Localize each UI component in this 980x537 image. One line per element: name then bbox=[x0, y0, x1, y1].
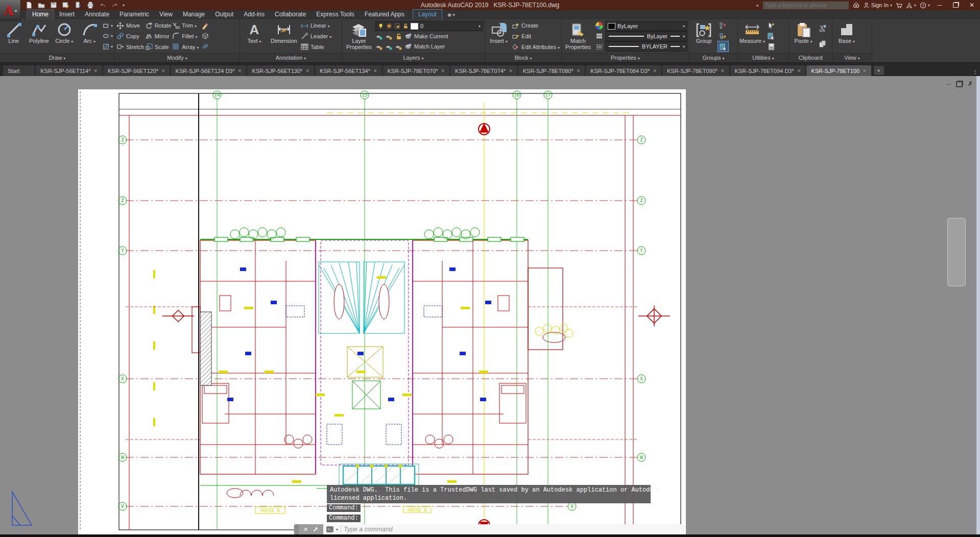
panel-label-clipboard[interactable]: Clipboard bbox=[789, 53, 832, 62]
tab-close-icon[interactable]: ✕ bbox=[653, 68, 657, 74]
panel-label-utilities[interactable]: Utilities bbox=[738, 53, 788, 62]
dimension-button[interactable]: Dimension bbox=[268, 20, 300, 52]
tab-close-icon[interactable]: ✕ bbox=[797, 68, 801, 74]
arc-button[interactable]: Arc bbox=[78, 20, 102, 52]
group-button[interactable]: Group bbox=[691, 20, 716, 52]
save-icon[interactable] bbox=[49, 1, 58, 9]
file-tab[interactable]: KSR-SJP-56ET130*✕ bbox=[247, 65, 314, 76]
autodesk-apps-icon[interactable]: ▾ bbox=[906, 2, 916, 9]
new-file-icon[interactable] bbox=[25, 1, 34, 9]
drawing-minimize-button[interactable]: ─ bbox=[946, 81, 951, 88]
ungroup-button[interactable] bbox=[718, 20, 728, 31]
offset-button[interactable] bbox=[200, 42, 210, 52]
ribbon-tab-manage[interactable]: Manage bbox=[178, 10, 210, 19]
restore-button[interactable] bbox=[953, 3, 959, 8]
scale-button[interactable]: Scale bbox=[145, 42, 171, 52]
move-button[interactable]: Move bbox=[116, 20, 144, 31]
new-drawing-tab-button[interactable]: + bbox=[874, 66, 884, 75]
ribbon-tab-output[interactable]: Output bbox=[210, 10, 238, 19]
command-customize-icon[interactable] bbox=[313, 526, 319, 532]
command-close-icon[interactable]: ✕ bbox=[303, 526, 308, 533]
command-input[interactable]: >_ ▾ Type a command bbox=[323, 524, 683, 534]
tab-close-icon[interactable]: ✕ bbox=[863, 68, 867, 74]
ribbon-tab-view[interactable]: View bbox=[154, 10, 178, 19]
ribbon-tab-layout[interactable]: Layout bbox=[413, 9, 442, 19]
application-menu-button[interactable]: A ▾ bbox=[0, 0, 21, 21]
file-tab[interactable]: KSR-SJP-56ET134*✕ bbox=[315, 65, 382, 76]
help-icon[interactable]: ▾ bbox=[920, 2, 930, 9]
trim-button[interactable]: Trim bbox=[172, 20, 199, 31]
panel-label-view[interactable]: View bbox=[832, 53, 872, 62]
fillet-button[interactable]: Fillet bbox=[172, 31, 199, 41]
panel-label-modify[interactable]: Modify bbox=[115, 53, 240, 62]
rotate-button[interactable]: Rotate bbox=[145, 20, 171, 31]
erase-button[interactable] bbox=[200, 20, 210, 31]
lineweight-icon[interactable] bbox=[594, 31, 604, 41]
search-expand-icon[interactable]: ▸ bbox=[757, 3, 759, 8]
drawing-close-button[interactable]: ✗ bbox=[968, 80, 973, 88]
panel-label-groups[interactable]: Groups bbox=[689, 53, 737, 62]
circle-button[interactable]: Circle bbox=[52, 20, 77, 52]
ribbon-tab-parametric[interactable]: Parametric bbox=[114, 10, 154, 19]
create-block-button[interactable]: Create bbox=[512, 20, 560, 31]
sign-in-button[interactable]: Sign In ▾ bbox=[863, 2, 892, 9]
quick-select-button[interactable] bbox=[766, 20, 776, 31]
tab-close-icon[interactable]: ✕ bbox=[373, 68, 377, 74]
line-button[interactable]: Line bbox=[2, 20, 26, 52]
minimize-button[interactable]: ─ bbox=[934, 2, 946, 9]
file-tab[interactable]: KSR-SJP-56ET120*✕ bbox=[103, 65, 170, 76]
plot-icon[interactable] bbox=[86, 1, 95, 9]
copy-clip-button[interactable] bbox=[817, 39, 827, 50]
search-input[interactable] bbox=[763, 2, 849, 9]
mirror-button[interactable]: Mirror bbox=[145, 31, 171, 41]
match-properties-button[interactable]: Match Properties bbox=[563, 20, 593, 52]
measure-button[interactable]: Measure bbox=[739, 20, 765, 52]
tab-close-icon[interactable]: ✕ bbox=[161, 68, 165, 74]
panel-label-annotation[interactable]: Annotation bbox=[240, 53, 342, 62]
panel-label-layers[interactable]: Layers bbox=[342, 53, 485, 62]
linear-button[interactable]: Linear bbox=[301, 20, 331, 31]
file-tab[interactable]: KSR-SJP-56ET124 D3*✕ bbox=[171, 65, 247, 76]
panel-label-block[interactable]: Block bbox=[485, 53, 561, 62]
match-layer-button[interactable]: Match Layer bbox=[375, 41, 483, 52]
ellipse-button[interactable] bbox=[103, 31, 113, 41]
right-scrollbar[interactable] bbox=[976, 76, 980, 537]
file-tab[interactable]: KSR-SJP-78ET090*✕ bbox=[662, 65, 729, 76]
tab-close-icon[interactable]: ✕ bbox=[509, 68, 513, 74]
undo-icon[interactable] bbox=[98, 1, 107, 9]
quick-calculator-button[interactable] bbox=[766, 42, 776, 52]
text-button[interactable]: A Text bbox=[242, 20, 267, 52]
ribbon-tab-annotate[interactable]: Annotate bbox=[80, 10, 114, 19]
ribbon-display-toggle-icon[interactable]: ◉ ▾ bbox=[447, 12, 455, 19]
edit-attributes-button[interactable]: Edit Attributes bbox=[512, 42, 560, 52]
layer-properties-button[interactable]: Layer Properties bbox=[344, 20, 374, 52]
ribbon-tab-featured-apps[interactable]: Featured Apps bbox=[360, 10, 410, 19]
drawing-restore-button[interactable] bbox=[956, 81, 963, 87]
redo-icon[interactable] bbox=[110, 1, 119, 9]
navbar-collapse-icon[interactable]: ⊖ bbox=[954, 278, 959, 283]
close-button[interactable]: ✕ bbox=[966, 2, 978, 9]
drawing-area[interactable]: 1415 1617 ZZ YX WV ZZ YX WV bbox=[0, 76, 980, 537]
share-to-mobile-icon[interactable] bbox=[74, 1, 83, 9]
insert-button[interactable]: Insert bbox=[487, 20, 511, 52]
tab-close-icon[interactable]: ✕ bbox=[93, 68, 98, 74]
group-selection-toggle[interactable] bbox=[718, 41, 729, 52]
array-button[interactable]: Array bbox=[172, 42, 199, 52]
file-tab[interactable]: KSR-SJP-78ET084 D3*✕ bbox=[586, 65, 661, 76]
linetype-icon[interactable] bbox=[594, 42, 604, 52]
steering-wheel-icon[interactable]: 2D bbox=[951, 221, 962, 231]
copy-button[interactable]: Copy bbox=[116, 31, 144, 41]
ribbon-tab-collaborate[interactable]: Collaborate bbox=[270, 10, 311, 19]
app-store-icon[interactable] bbox=[896, 2, 902, 9]
file-tab[interactable]: KSR-SJP-78ET074*✕ bbox=[450, 65, 517, 76]
file-tab-start[interactable]: Start bbox=[3, 65, 35, 76]
tab-close-icon[interactable]: ✕ bbox=[721, 68, 725, 74]
base-button[interactable]: Base bbox=[834, 20, 859, 52]
search-icon[interactable] bbox=[853, 2, 859, 9]
paste-button[interactable]: Paste bbox=[791, 20, 816, 52]
ribbon-tab-insert[interactable]: Insert bbox=[54, 10, 80, 19]
file-tab[interactable]: KSR-SJP-78ET070*✕ bbox=[383, 65, 450, 76]
open-file-icon[interactable] bbox=[37, 1, 46, 9]
file-tab[interactable]: KSR-SJP-78ET094 D3*✕ bbox=[730, 65, 806, 76]
color-dropdown[interactable]: ByLayer▾ bbox=[605, 21, 687, 31]
